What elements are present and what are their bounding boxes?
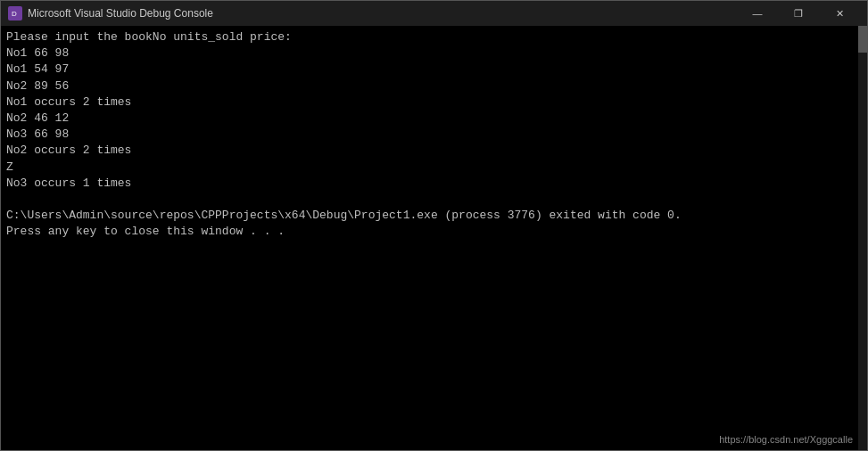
scrollbar-thumb[interactable]: [858, 26, 867, 53]
window-controls: — ❐ ✕: [737, 1, 860, 26]
window-title: Microsoft Visual Studio Debug Console: [28, 7, 737, 20]
watermark: https://blog.csdn.net/Xgggcalle: [719, 434, 853, 445]
console-output: Please input the bookNo units_sold price…: [6, 29, 862, 240]
close-button[interactable]: ✕: [819, 1, 860, 26]
scrollbar[interactable]: [858, 26, 867, 450]
minimize-button[interactable]: —: [737, 1, 778, 26]
svg-text:D: D: [12, 10, 17, 18]
app-icon: D: [8, 6, 22, 20]
restore-button[interactable]: ❐: [778, 1, 819, 26]
title-bar: D Microsoft Visual Studio Debug Console …: [1, 1, 867, 26]
console-body: Please input the bookNo units_sold price…: [1, 26, 867, 450]
window: D Microsoft Visual Studio Debug Console …: [0, 0, 868, 451]
